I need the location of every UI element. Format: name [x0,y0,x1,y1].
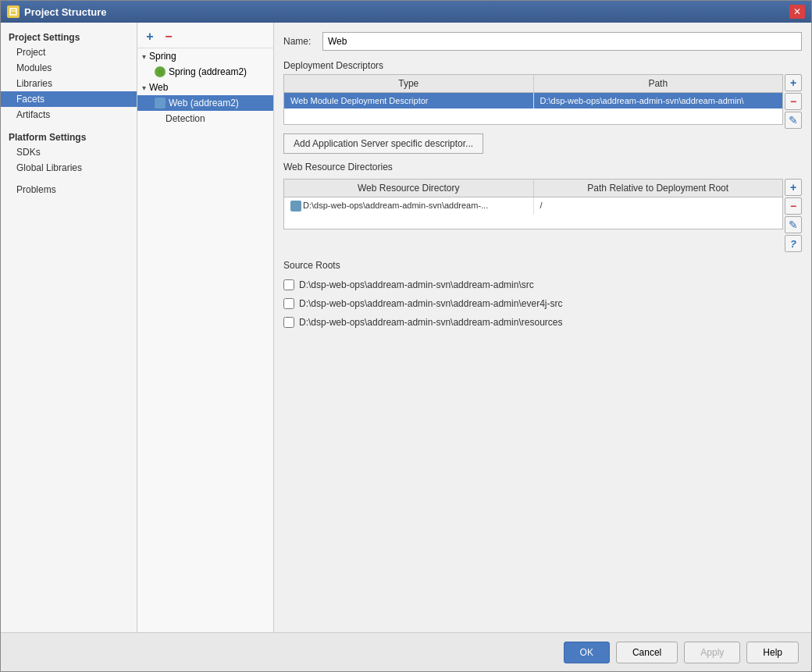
wr-rel-cell: / [534,197,783,215]
project-structure-window: Project Structure ✕ Project Settings Pro… [0,0,812,672]
web-arrow: ▾ [142,84,146,92]
source-root-row-2: D:\dsp-web-ops\addream-admin-svn\addream… [283,315,802,330]
help-button[interactable]: Help [746,642,799,663]
wr-table-header: Web Resource Directory Path Relative to … [284,180,782,197]
deployment-descriptors-label: Deployment Descriptors [283,60,802,71]
tree-leaf-spring-addream[interactable]: 🌿 Spring (addream2) [137,64,273,80]
tree-panel: + − ▾ Spring 🌿 Spring (addream2) ▾ Web W… [137,23,274,632]
wr-remove-button[interactable]: − [785,197,802,215]
dd-type-cell: Web Module Deployment Descriptor [284,93,534,108]
title-bar: Project Structure ✕ [1,1,811,23]
dd-remove-button[interactable]: − [785,93,802,110]
wr-col-relative: Path Relative to Deployment Root [534,180,783,197]
dd-side-buttons: + − ✎ [785,74,802,129]
web-icon [155,98,166,108]
wr-table-body: D:\dsp-web-ops\addream-admin-svn\addream… [284,197,782,229]
remove-facet-button[interactable]: − [161,29,176,44]
source-root-path-0: D:\dsp-web-ops\addream-admin-svn\addream… [299,279,534,290]
wr-help-button[interactable]: ? [785,235,802,252]
sidebar-item-facets[interactable]: Facets [1,91,137,107]
sidebar-item-artifacts[interactable]: Artifacts [1,107,137,123]
sidebar-item-detection[interactable]: Detection [137,111,273,126]
source-root-path-1: D:\dsp-web-ops\addream-admin-svn\addream… [299,298,562,309]
wr-add-button[interactable]: + [785,179,802,196]
sidebar-divider-2 [1,176,137,182]
content-panel: Name: Deployment Descriptors Type Path [274,23,811,632]
name-label: Name: [283,36,315,47]
main-content: Project Settings Project Modules Librari… [1,23,811,632]
window-icon [7,5,20,18]
source-roots-label: Source Roots [283,260,802,271]
wr-table-container: Web Resource Directory Path Relative to … [283,179,802,252]
source-root-row-1: D:\dsp-web-ops\addream-admin-svn\addream… [283,296,802,311]
platform-settings-section: Platform Settings [1,129,137,144]
deployment-descriptors-section: Deployment Descriptors Type Path Web Mod… [283,60,802,154]
source-root-checkbox-2[interactable] [283,317,294,328]
sidebar-item-modules[interactable]: Modules [1,60,137,76]
spring-arrow: ▾ [142,52,146,61]
table-row[interactable]: D:\dsp-web-ops\addream-admin-svn\addream… [284,197,782,215]
path-icon [290,201,301,212]
project-settings-section: Project Settings [1,29,137,44]
dd-col-type: Type [284,75,534,92]
spring-icon: 🌿 [155,66,166,77]
dd-add-button[interactable]: + [785,74,802,91]
window-title: Project Structure [24,6,785,18]
source-root-checkbox-0[interactable] [283,279,294,290]
source-root-row-0: D:\dsp-web-ops\addream-admin-svn\addream… [283,277,802,293]
name-input[interactable] [322,32,802,51]
dd-path-cell: D:\dsp-web-ops\addream-admin-svn\addream… [534,93,783,108]
sidebar: Project Settings Project Modules Librari… [1,23,137,632]
dd-edit-button[interactable]: ✎ [785,112,802,129]
sidebar-item-project[interactable]: Project [1,44,137,60]
sidebar-item-global-libraries[interactable]: Global Libraries [1,160,137,176]
dd-table-body: Web Module Deployment Descriptor D:\dsp-… [284,93,782,124]
wr-dir-cell: D:\dsp-web-ops\addream-admin-svn\addream… [284,197,534,215]
sidebar-item-problems[interactable]: Problems [1,182,137,197]
apply-button[interactable]: Apply [684,642,740,663]
source-root-checkbox-1[interactable] [283,298,294,309]
tree-node-spring[interactable]: ▾ Spring [137,48,273,64]
name-row: Name: [283,32,802,51]
deployment-table: Type Path Web Module Deployment Descript… [283,74,783,129]
wr-col-directory: Web Resource Directory [284,180,534,197]
deployment-table-container: Type Path Web Module Deployment Descript… [283,74,802,129]
sidebar-item-libraries[interactable]: Libraries [1,76,137,91]
ok-button[interactable]: OK [564,642,610,663]
add-descriptor-button[interactable]: Add Application Server specific descript… [283,133,483,154]
cancel-button[interactable]: Cancel [616,642,678,663]
tree-toolbar: + − [137,26,273,48]
bottom-bar: OK Cancel Apply Help [1,632,811,671]
tree-node-web[interactable]: ▾ Web [137,80,273,95]
close-button[interactable]: ✕ [789,5,805,19]
web-resource-section: Web Resource Directories Web Resource Di… [283,162,802,252]
wr-side-buttons: + − ✎ ? [785,179,802,252]
svg-rect-0 [10,9,16,15]
web-addream-label: Web (addream2) [169,98,239,108]
table-row[interactable]: Web Module Deployment Descriptor D:\dsp-… [284,93,782,108]
sidebar-item-sdks[interactable]: SDKs [1,144,137,160]
web-resource-label: Web Resource Directories [283,162,802,172]
dd-table-header: Type Path [284,75,782,93]
dd-col-path: Path [534,75,783,92]
wr-table: Web Resource Directory Path Relative to … [283,179,783,229]
spring-addream-label: Spring (addream2) [169,66,247,77]
add-facet-button[interactable]: + [142,29,158,44]
spring-node-label: Spring [149,51,176,62]
sidebar-divider [1,123,137,129]
wr-edit-button[interactable]: ✎ [785,216,802,233]
source-root-path-2: D:\dsp-web-ops\addream-admin-svn\addream… [299,317,562,328]
dd-table: Type Path Web Module Deployment Descript… [283,74,783,125]
source-roots-section: Source Roots D:\dsp-web-ops\addream-admi… [283,260,802,330]
tree-leaf-web-addream[interactable]: Web (addream2) [137,95,273,111]
web-node-label: Web [149,82,168,93]
wr-table-wrapper: Web Resource Directory Path Relative to … [283,179,783,252]
